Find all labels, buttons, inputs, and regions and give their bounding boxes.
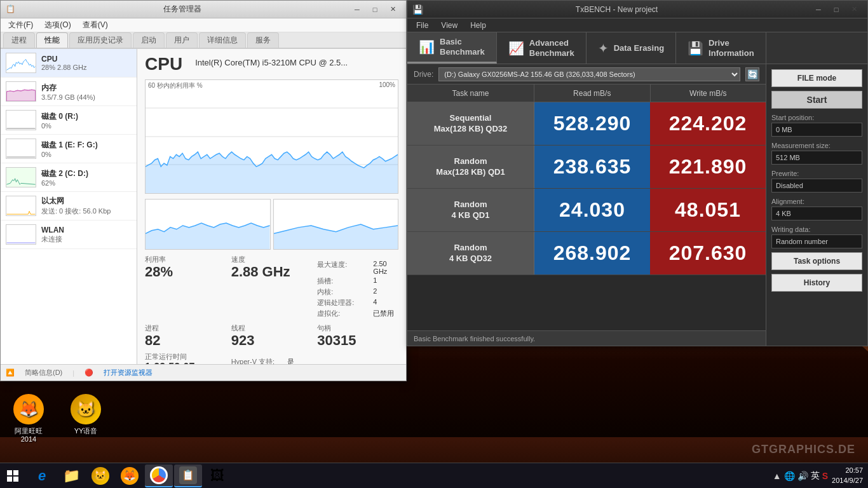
tab-services[interactable]: 服务 [247, 32, 279, 48]
txbench-menu-help[interactable]: Help [466, 20, 490, 31]
start-button-taskbar[interactable] [0, 463, 25, 489]
tray-sound-icon[interactable]: 🔊 [797, 471, 808, 481]
write-value-sequential-qd32: 224.202 [650, 102, 766, 145]
taskbar-ie[interactable]: e [28, 464, 56, 487]
resource-item-disk0[interactable]: 磁盘 0 (R:) 0% [1, 106, 137, 135]
processes-label: 进程 [145, 323, 226, 333]
prewrite-value: Disabled [771, 179, 862, 193]
tab-processes[interactable]: 进程 [3, 32, 35, 48]
write-number-random-128k-qd1: 221.890 [669, 155, 747, 179]
resource-item-ethernet[interactable]: 以太网 发送: 0 接收: 56.0 Kbp [1, 192, 137, 220]
close-button[interactable]: ✕ [384, 3, 401, 16]
cpu-chart-half-2 [273, 199, 399, 250]
lprocs-value: 4 [373, 298, 377, 308]
virt-value: 已禁用 [373, 309, 394, 318]
resource-monitor-link[interactable]: 打开资源监视器 [104, 368, 153, 377]
tray-up-icon[interactable]: ▲ [773, 471, 782, 481]
taskbar-tray: ▲ 🌐 🔊 英 S 20:57 2014/9/27 [768, 466, 868, 485]
tab-startup[interactable]: 启动 [133, 32, 165, 48]
stat-util-label: 利用率 [145, 255, 226, 264]
wlan-resource-detail: 未连接 [41, 234, 132, 244]
wlan-thumbnail [6, 224, 36, 245]
start-position-value: 0 MB [771, 123, 862, 137]
measurement-size-label: Measurement size: [771, 142, 862, 149]
taskbar-app7[interactable]: 🖼 [203, 464, 231, 487]
resource-item-disk1[interactable]: 磁盘 1 (E: F: G:) 0% [1, 135, 137, 163]
stat-threads: 线程 923 [231, 323, 313, 348]
txbench-maximize-button[interactable]: □ [828, 3, 844, 16]
task-random-4k-qd1: Random4 KB QD1 [407, 189, 534, 231]
yy-label: YY语音 [74, 427, 98, 435]
tray-antivirus-icon[interactable]: S [822, 471, 828, 481]
tray-lang-icon[interactable]: 英 [811, 470, 820, 482]
summary-link[interactable]: 简略信息(D) [25, 368, 62, 377]
tab-details[interactable]: 详细信息 [199, 32, 246, 48]
tray-icons: ▲ 🌐 🔊 英 S [773, 470, 828, 482]
basic-benchmark-label: BasicBenchmark [440, 37, 485, 57]
maximize-button[interactable]: □ [367, 3, 383, 16]
menu-view[interactable]: 查看(V) [78, 18, 113, 32]
start-button[interactable]: Start [771, 91, 862, 109]
drive-refresh-button[interactable]: 🔄 [745, 67, 759, 81]
minimize-button[interactable]: ─ [349, 3, 365, 16]
tray-network-icon[interactable]: 🌐 [784, 471, 795, 481]
write-value-random-4k-qd1: 48.051 [650, 189, 766, 231]
advanced-benchmark-label: AdvancedBenchmark [529, 38, 574, 58]
taskbar-chrome[interactable] [145, 464, 173, 487]
task-random-128k-qd1: RandomMax(128 KB) QD1 [407, 146, 534, 188]
taskbar-app3[interactable]: 🐱 [86, 464, 114, 487]
stat-uptime: 正常运行时间 1:23:53:07 [145, 352, 226, 364]
write-number-random-4k-qd1: 48.051 [675, 198, 741, 222]
cpu-thumbnail [6, 53, 36, 73]
task-name-sequential-qd32: SequentialMax(128 KB) QD32 [434, 113, 508, 135]
tab-users[interactable]: 用户 [166, 32, 198, 48]
header-read: Read mB/s [534, 85, 651, 102]
taskbar-app4[interactable]: 🦊 [116, 464, 144, 487]
resource-list: CPU 28% 2.88 GHz 内存 3.5/7.9 GB (44%) [1, 49, 137, 364]
txbench-menu-file[interactable]: File [412, 20, 432, 31]
txbench-tab-advanced[interactable]: 📈 AdvancedBenchmark [497, 32, 587, 64]
start-position-label: Start position: [771, 114, 862, 121]
uptime-label: 正常运行时间 [145, 352, 226, 362]
txbench-minimize-button[interactable]: ─ [810, 3, 827, 16]
bench-row-random-4k-qd1: Random4 KB QD1 24.030 48.051 [407, 189, 766, 232]
resource-item-cpu[interactable]: CPU 28% 2.88 GHz [1, 49, 137, 78]
time-display: 20:57 [832, 466, 863, 475]
cpu-chart-label: 60 秒内的利用率 % [148, 81, 203, 90]
tab-performance[interactable]: 性能 [36, 32, 68, 48]
bench-table: Task name Read mB/s Write mB/s Sequentia… [407, 85, 766, 330]
txbench-close-button[interactable]: ✕ [846, 3, 862, 16]
txbench-titlebar: 💾 TxBENCH - New project ─ □ ✕ [407, 1, 867, 18]
task-options-button[interactable]: Task options [771, 252, 862, 270]
tab-app-history[interactable]: 应用历史记录 [69, 32, 132, 48]
extra-stats-grid: 正常运行时间 1:23:53:07 Hyper-V 支持:是 L1 缓存:128… [145, 352, 398, 364]
memory-thumbnail [6, 81, 36, 102]
desktop-icon-aliwangwang[interactable]: 🦊 阿里旺旺2014 [6, 394, 51, 444]
bench-row-random-128k-qd1: RandomMax(128 KB) QD1 238.635 221.890 [407, 146, 766, 189]
history-button[interactable]: History [771, 274, 862, 292]
desktop-icon-yy[interactable]: 🐱 YY语音 [64, 394, 108, 444]
drive-select[interactable]: (D:) Galaxy GX0256MS-A2 155.46 GB (326,0… [438, 67, 740, 81]
resource-item-wlan[interactable]: WLAN 未连接 [1, 220, 137, 249]
memory-resource-detail: 3.5/7.9 GB (44%) [41, 93, 132, 101]
disk0-resource-name: 磁盘 0 (R:) [41, 111, 132, 122]
stat-info: 最大速度:2.50 GHz 插槽:1 内核:2 逻辑处理器:4 虚拟化:已禁用 [317, 255, 398, 320]
txbench-tab-basic[interactable]: 📊 BasicBenchmark [407, 32, 497, 64]
txbench-tab-info[interactable]: 💾 DriveInformation [676, 32, 766, 64]
stats-grid: 利用率 28% 速度 2.88 GHz 最大速度:2.50 GHz 插槽:1 内… [145, 255, 398, 320]
write-value-random-4k-qd32: 207.630 [650, 232, 766, 274]
virt-label: 虚拟化: [317, 309, 368, 318]
taskbar-taskmanager[interactable]: 📋 [174, 464, 202, 487]
alignment-label: Alignment: [771, 198, 862, 205]
txbench-menu-view[interactable]: View [437, 20, 461, 31]
read-value-random-4k-qd1: 24.030 [534, 189, 650, 231]
ethernet-resource-name: 以太网 [41, 196, 132, 207]
taskbar-explorer[interactable]: 📁 [57, 464, 85, 487]
resource-item-memory[interactable]: 内存 3.5/7.9 GB (44%) [1, 78, 137, 106]
resource-item-disk2[interactable]: 磁盘 2 (C: D:) 62% [1, 163, 137, 192]
menu-options[interactable]: 选项(O) [39, 18, 76, 32]
txbench-tab-erasing[interactable]: ✦ Data Erasing [587, 32, 676, 64]
cache-table: Hyper-V 支持:是 L1 缓存:128 KB L2 缓存:512 KB L… [231, 357, 313, 364]
file-mode-button[interactable]: FILE mode [771, 69, 862, 87]
menu-file[interactable]: 文件(F) [3, 18, 38, 32]
